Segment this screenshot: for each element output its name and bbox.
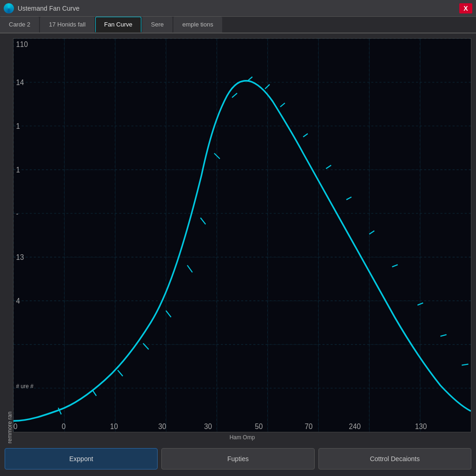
window-title: Ustemand Fan Curve [18,5,79,12]
svg-text:1: 1 [16,122,20,130]
svg-text:4: 4 [16,297,20,305]
chart-container: remmore ran [5,38,471,443]
svg-text:1: 1 [16,165,20,174]
svg-text:240: 240 [349,423,361,431]
title-bar: Ustemand Fan Curve X [0,0,476,17]
y-axis-label: remmore ran [5,38,13,443]
chart-inner: 110 14 1 1 - 13 4 # ure # 0 0 10 30 30 [13,38,471,443]
tab-carde2[interactable]: Carde 2 [0,17,39,33]
cottrol-button[interactable]: Cottrol Decaionts [318,448,471,469]
svg-text:50: 50 [255,423,263,431]
app-icon [4,3,14,13]
fan-curve-chart: 110 14 1 1 - 13 4 # ure # 0 0 10 30 30 [13,38,471,432]
export-button[interactable]: Exppont [5,448,158,469]
tab-fan-curve[interactable]: Fan Curve [95,17,141,33]
svg-text:13: 13 [16,253,24,261]
svg-text:0: 0 [62,423,66,431]
bottom-buttons: Exppont Fupties Cottrol Decaionts [0,443,476,476]
svg-text:30: 30 [204,423,212,431]
chart-area: remmore ran [0,33,476,443]
svg-text:0: 0 [13,423,18,431]
fupties-button[interactable]: Fupties [161,448,314,469]
main-window: Ustemand Fan Curve X Carde 2 17 Honids f… [0,0,476,476]
svg-rect-0 [13,39,471,432]
svg-text:130: 130 [415,423,427,431]
svg-text:-: - [16,209,18,218]
svg-text:# ure #: # ure # [16,383,33,390]
close-button[interactable]: X [459,3,472,13]
tab-bar: Carde 2 17 Honids fall Fan Curve Sere em… [0,17,476,33]
svg-text:70: 70 [304,423,312,431]
x-axis-label: Ham Omp [13,432,471,443]
svg-text:110: 110 [16,40,28,48]
tab-emple[interactable]: emple tions [173,17,222,33]
svg-text:14: 14 [16,78,24,86]
tab-honids[interactable]: 17 Honids fall [40,17,94,33]
svg-text:30: 30 [159,423,166,431]
svg-text:10: 10 [110,423,118,431]
tab-sere[interactable]: Sere [142,17,172,33]
chart-svg-wrapper: 110 14 1 1 - 13 4 # ure # 0 0 10 30 30 [13,38,471,432]
